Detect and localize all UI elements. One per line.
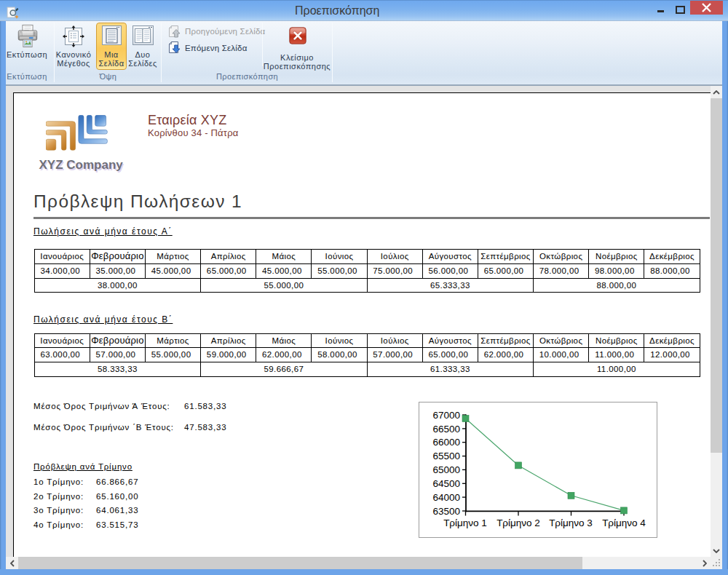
svg-text:66000: 66000: [432, 437, 460, 448]
svg-text:67000: 67000: [432, 410, 460, 421]
svg-text:65000: 65000: [432, 464, 460, 475]
svg-text:Τρίμηνο 1: Τρίμηνο 1: [443, 518, 487, 528]
svg-text:66500: 66500: [432, 424, 460, 435]
svg-text:64000: 64000: [432, 492, 460, 503]
svg-text:Τρίμηνο 3: Τρίμηνο 3: [549, 518, 593, 528]
svg-text:63500: 63500: [432, 506, 460, 517]
svg-text:65500: 65500: [432, 451, 460, 461]
svg-text:Τρίμηνο 2: Τρίμηνο 2: [496, 518, 540, 528]
svg-text:64500: 64500: [432, 478, 460, 489]
svg-text:Τρίμηνο 4: Τρίμηνο 4: [602, 518, 646, 528]
